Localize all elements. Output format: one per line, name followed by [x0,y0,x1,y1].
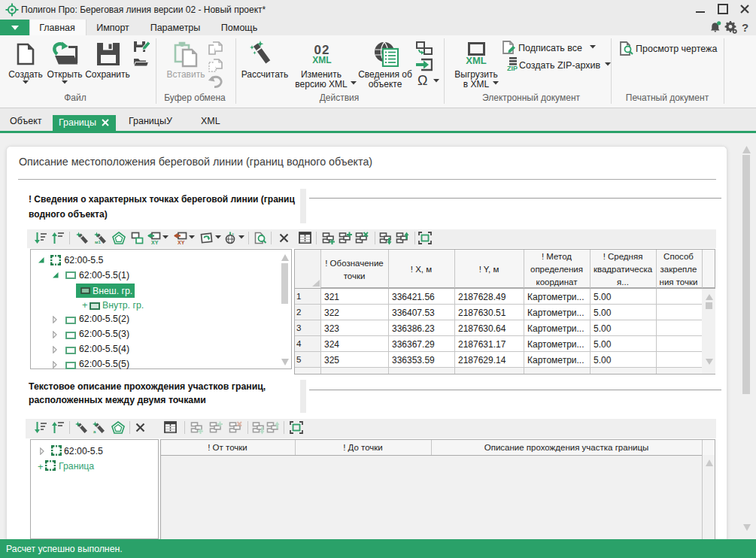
svg-text:м1: м1 [95,240,101,244]
svg-text:ZIP: ZIP [507,65,518,71]
svg-text:XY: XY [151,240,159,245]
svg-text:XY: XY [178,240,185,245]
svg-text:а: а [93,429,96,434]
svg-text:x: x [232,232,234,236]
